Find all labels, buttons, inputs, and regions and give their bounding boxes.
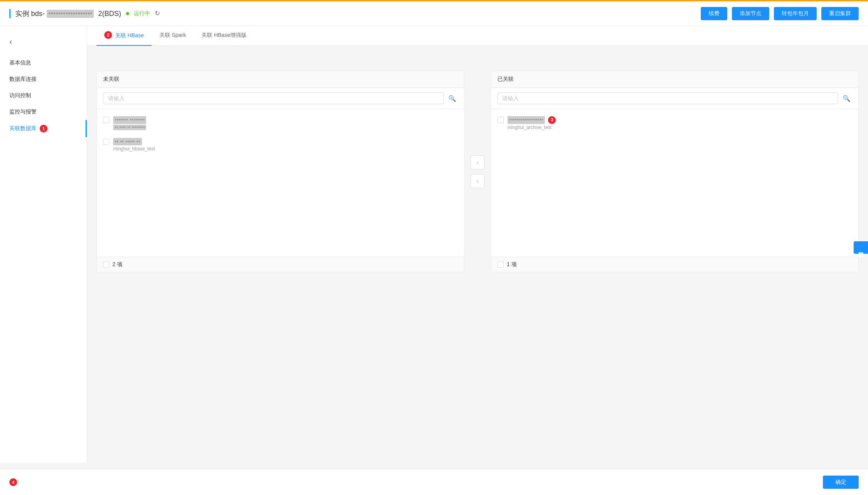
bottom-action-bar: 4 确定 <box>0 469 868 495</box>
add-node-button[interactable]: 添加节点 <box>732 7 769 20</box>
tab-spark[interactable]: 关联 Spark <box>152 26 194 46</box>
left-item-2-checkbox[interactable] <box>103 139 109 145</box>
sidebar-item-access-control[interactable]: 访问控制 <box>0 87 87 104</box>
header-title-section: 实例 bds- •••••••••••••••••• 2(BDS) 运行中 ↻ <box>9 9 701 18</box>
right-search-input[interactable] <box>497 92 838 104</box>
refresh-icon[interactable]: ↻ <box>155 10 160 17</box>
left-transfer-panel: 未关联 🔍 ••••••• •••••••• <box>96 71 464 272</box>
instance-title: 实例 bds- •••••••••••••••••• 2(BDS) <box>15 9 121 18</box>
left-panel-item[interactable]: ••••••• •••••••• •• •••• •• •••••••• <box>97 112 464 134</box>
status-text: 运行中 <box>134 10 150 17</box>
sidebar-badge-linked-db: 1 <box>40 125 47 132</box>
sidebar-item-label: 访问控制 <box>9 92 31 99</box>
tab-spark-label: 关联 Spark <box>159 32 186 38</box>
left-panel-body: ••••••• •••••••• •• •••• •• •••••••• <box>97 109 464 257</box>
left-item-2-name: •• •• ••••• •• <box>113 138 458 146</box>
right-panel-header: 已关联 <box>491 71 858 88</box>
right-item-1-content: •••••••••••••••••• 3 minghui_archive_tes… <box>508 116 852 130</box>
change-plan-button[interactable]: 转包年包月 <box>774 7 817 20</box>
tab-hbase-label: 关联 HBase <box>115 32 144 38</box>
left-item-2-sub: minghui_hbase_test <box>113 146 458 152</box>
main-layout: ‹ 基本信息 数据库连接 访问控制 监控与报警 关联数据库 1 <box>0 26 868 463</box>
sidebar-item-label: 关联数据库 <box>9 125 37 132</box>
left-item-1-name: ••••••• •••••••• <box>113 116 458 124</box>
left-item-1-checkbox[interactable] <box>103 117 109 123</box>
header-actions: 续费 添加节点 转包年包月 重启集群 <box>701 7 859 20</box>
transfer-right-button[interactable]: › <box>471 155 485 169</box>
right-item-badge: 3 <box>548 116 556 124</box>
sidebar-item-label: 数据库连接 <box>9 76 37 83</box>
left-panel-item[interactable]: •• •• ••••• •• minghui_hbase_test <box>97 134 464 156</box>
bottom-badge: 4 <box>9 478 17 486</box>
restart-cluster-button[interactable]: 重启集群 <box>821 7 859 20</box>
float-contact-button[interactable]: 联系我们 <box>854 241 868 254</box>
sidebar-item-label: 基本信息 <box>9 59 31 66</box>
left-select-all-checkbox[interactable] <box>103 261 109 268</box>
right-item-count: 1 项 <box>507 261 517 268</box>
left-item-count: 2 项 <box>112 261 122 268</box>
instance-id-blurred: •••••••••••••••••• <box>47 10 94 18</box>
sidebar-item-monitoring[interactable]: 监控与报警 <box>0 104 87 120</box>
back-icon: ‹ <box>9 37 12 47</box>
left-search-icon[interactable]: 🔍 <box>447 93 458 104</box>
tab-hbase-badge: 2 <box>104 31 112 39</box>
right-transfer-panel: 已关联 🔍 •••••••••••••••••• <box>491 71 859 272</box>
sidebar-nav: 基本信息 数据库连接 访问控制 监控与报警 关联数据库 1 <box>0 55 87 137</box>
tab-hbase-enhanced[interactable]: 关联 HBase增强版 <box>194 26 254 46</box>
right-panel-body: •••••••••••••••••• 3 minghui_archive_tes… <box>491 109 858 257</box>
left-item-1-content: ••••••• •••••••• •• •••• •• •••••••• <box>113 116 458 130</box>
confirm-button[interactable]: 确定 <box>823 476 859 489</box>
tab-hbase[interactable]: 2 关联 HBase <box>96 26 152 46</box>
sidebar-item-label: 监控与报警 <box>9 108 37 115</box>
content-area: 2 关联 HBase 关联 Spark 关联 HBase增强版 未关联 <box>87 26 868 463</box>
left-search-input[interactable] <box>103 92 444 104</box>
page-header: 实例 bds- •••••••••••••••••• 2(BDS) 运行中 ↻ … <box>0 1 868 26</box>
tabs-container: 2 关联 HBase 关联 Spark 关联 HBase增强版 <box>87 26 868 46</box>
transfer-container: 未关联 🔍 ••••••• •••••••• <box>96 61 859 272</box>
right-panel-footer: 1 项 <box>491 257 858 272</box>
sidebar: ‹ 基本信息 数据库连接 访问控制 监控与报警 关联数据库 1 <box>0 26 87 463</box>
left-panel-search-bar: 🔍 <box>97 88 464 109</box>
right-panel-search-bar: 🔍 <box>491 88 858 109</box>
right-item-1-checkbox[interactable] <box>497 117 504 123</box>
status-indicator-dot <box>126 12 129 15</box>
right-panel-item[interactable]: •••••••••••••••••• 3 minghui_archive_tes… <box>491 112 858 134</box>
left-panel-footer: 2 项 <box>97 257 464 272</box>
sidebar-item-basic-info[interactable]: 基本信息 <box>0 55 87 71</box>
right-select-all-checkbox[interactable] <box>497 261 504 268</box>
left-item-1-sub: •• •••• •• •••••••• <box>113 125 458 130</box>
tab-hbase-enhanced-label: 关联 HBase增强版 <box>201 32 247 38</box>
sidebar-item-db-connection[interactable]: 数据库连接 <box>0 71 87 87</box>
sidebar-item-linked-db[interactable]: 关联数据库 1 <box>0 120 87 137</box>
right-item-1-sub: minghui_archive_test <box>508 125 852 130</box>
left-item-2-content: •• •• ••••• •• minghui_hbase_test <box>113 138 458 152</box>
sidebar-back-button[interactable]: ‹ <box>0 32 87 52</box>
transfer-layout: 未关联 🔍 ••••••• •••••••• <box>96 71 859 272</box>
right-search-icon[interactable]: 🔍 <box>841 93 852 104</box>
header-accent-divider <box>9 9 10 18</box>
renew-button[interactable]: 续费 <box>701 7 727 20</box>
right-item-1-name: •••••••••••••••••• 3 <box>508 116 852 124</box>
transfer-buttons: › ‹ <box>471 155 485 188</box>
transfer-left-button[interactable]: ‹ <box>471 174 485 188</box>
left-panel-header: 未关联 <box>97 71 464 88</box>
